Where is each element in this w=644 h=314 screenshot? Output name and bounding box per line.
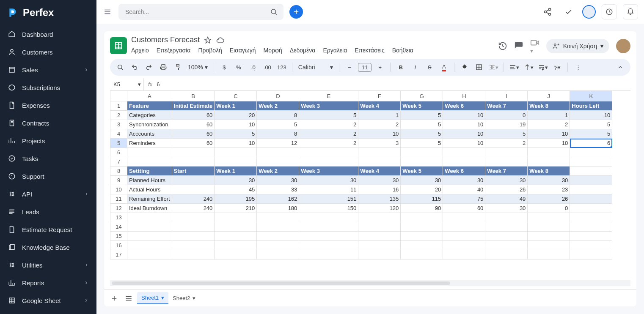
cell[interactable]: 2 bbox=[528, 120, 570, 129]
cell[interactable]: 20 bbox=[401, 185, 443, 194]
increase-font-icon[interactable]: + bbox=[374, 61, 386, 73]
cell[interactable] bbox=[570, 185, 612, 194]
col-header-B[interactable]: B bbox=[172, 91, 215, 101]
increase-decimal-icon[interactable]: .00 bbox=[261, 61, 273, 73]
cell[interactable]: Initial Estimate bbox=[172, 101, 215, 111]
cell[interactable]: 10 bbox=[528, 129, 570, 139]
cell[interactable] bbox=[172, 176, 215, 185]
paint-format-icon[interactable] bbox=[172, 61, 184, 73]
cell[interactable] bbox=[358, 232, 401, 241]
rotate-icon[interactable]: A ▾ bbox=[551, 61, 563, 73]
cell[interactable] bbox=[299, 232, 358, 241]
cell[interactable] bbox=[257, 222, 299, 232]
cell[interactable]: 30 bbox=[215, 176, 257, 185]
col-header-F[interactable]: F bbox=[358, 91, 401, 101]
cell[interactable]: 60 bbox=[172, 129, 215, 139]
cell[interactable]: Actual Hours bbox=[127, 185, 172, 194]
cell[interactable] bbox=[443, 213, 485, 222]
cell[interactable]: Week 8 bbox=[528, 167, 570, 176]
cell[interactable]: Week 6 bbox=[443, 101, 485, 111]
cell[interactable] bbox=[528, 213, 570, 222]
row-header[interactable]: 13 bbox=[110, 213, 127, 222]
cell[interactable]: 30 bbox=[358, 176, 401, 185]
cell[interactable] bbox=[127, 232, 172, 241]
user-avatar[interactable] bbox=[582, 5, 596, 19]
sidebar-item-projects[interactable]: Projects bbox=[0, 132, 96, 150]
comment-icon[interactable] bbox=[514, 41, 523, 51]
cell[interactable]: Ideal Burndown bbox=[127, 204, 172, 213]
cell[interactable] bbox=[172, 157, 215, 167]
cell[interactable]: Week 4 bbox=[358, 101, 401, 111]
cell[interactable] bbox=[570, 167, 612, 176]
cell[interactable] bbox=[299, 213, 358, 222]
menu-Βοήθεια[interactable]: Βοήθεια bbox=[392, 47, 413, 54]
tab-chevron-icon[interactable]: ▾ bbox=[161, 295, 164, 301]
strike-icon[interactable]: S bbox=[424, 61, 435, 73]
cell[interactable] bbox=[127, 157, 172, 167]
cell[interactable]: 10 bbox=[215, 120, 257, 129]
cell[interactable]: 30 bbox=[443, 176, 485, 185]
cell[interactable] bbox=[570, 148, 612, 157]
row-header[interactable]: 8 bbox=[110, 167, 127, 176]
cell[interactable]: Week 5 bbox=[401, 167, 443, 176]
sidebar-item-contracts[interactable]: Contracts bbox=[0, 114, 96, 132]
col-header-H[interactable]: H bbox=[443, 91, 485, 101]
row-header[interactable]: 17 bbox=[110, 250, 127, 259]
cell[interactable] bbox=[299, 157, 358, 167]
cell[interactable] bbox=[401, 250, 443, 259]
cell[interactable]: 26 bbox=[485, 185, 528, 194]
cell[interactable]: Week 4 bbox=[358, 167, 401, 176]
cell[interactable]: 0 bbox=[485, 111, 528, 120]
cell[interactable]: 3 bbox=[358, 139, 401, 148]
col-header-E[interactable]: E bbox=[299, 91, 358, 101]
sidebar-item-setup[interactable]: Setup bbox=[0, 309, 96, 314]
cell[interactable] bbox=[257, 148, 299, 157]
cell[interactable] bbox=[257, 213, 299, 222]
cell[interactable]: 1 bbox=[358, 111, 401, 120]
cell[interactable] bbox=[570, 250, 612, 259]
cell[interactable]: Hours Left bbox=[570, 101, 612, 111]
cell[interactable]: 180 bbox=[257, 204, 299, 213]
cell[interactable] bbox=[443, 250, 485, 259]
cell[interactable]: Week 2 bbox=[257, 101, 299, 111]
cell[interactable]: Week 7 bbox=[485, 101, 528, 111]
cell[interactable]: Remaining Effort bbox=[127, 194, 172, 204]
cell[interactable] bbox=[528, 241, 570, 250]
decrease-decimal-icon[interactable]: .0̩ bbox=[247, 61, 259, 73]
cell[interactable]: 6 bbox=[570, 139, 612, 148]
cell[interactable]: 30 bbox=[528, 176, 570, 185]
col-header-D[interactable]: D bbox=[257, 91, 299, 101]
cell[interactable] bbox=[401, 222, 443, 232]
cell[interactable]: Categories bbox=[127, 111, 172, 120]
cell[interactable] bbox=[485, 241, 528, 250]
menu-Επεξεργασία[interactable]: Επεξεργασία bbox=[157, 47, 191, 54]
all-sheets-icon[interactable] bbox=[123, 292, 135, 304]
check-icon[interactable] bbox=[561, 4, 576, 19]
cell[interactable]: 33 bbox=[257, 185, 299, 194]
cell[interactable] bbox=[299, 241, 358, 250]
search-input[interactable] bbox=[118, 4, 283, 20]
row-header[interactable]: 15 bbox=[110, 232, 127, 241]
cell[interactable]: 45 bbox=[215, 185, 257, 194]
cell[interactable]: Week 5 bbox=[401, 101, 443, 111]
cell[interactable]: 150 bbox=[299, 204, 358, 213]
cell[interactable]: Start bbox=[172, 167, 215, 176]
sidebar-item-support[interactable]: Support bbox=[0, 167, 96, 185]
formula-input[interactable]: 6 bbox=[157, 81, 160, 87]
cell[interactable] bbox=[257, 232, 299, 241]
tab-chevron-icon[interactable]: ▾ bbox=[193, 295, 195, 301]
add-sheet-icon[interactable] bbox=[108, 292, 120, 304]
sidebar-toggle[interactable] bbox=[102, 7, 113, 17]
cell[interactable]: 0 bbox=[528, 204, 570, 213]
cell[interactable]: Week 1 bbox=[215, 167, 257, 176]
menu-Δεδομένα[interactable]: Δεδομένα bbox=[290, 47, 316, 54]
cell[interactable]: 5 bbox=[215, 129, 257, 139]
row-header[interactable]: 16 bbox=[110, 241, 127, 250]
cell[interactable] bbox=[172, 148, 215, 157]
cell[interactable]: 5 bbox=[401, 120, 443, 129]
halign-icon[interactable]: ▾ bbox=[508, 61, 520, 73]
cell[interactable] bbox=[401, 232, 443, 241]
cell[interactable]: Week 2 bbox=[257, 167, 299, 176]
cell[interactable] bbox=[485, 232, 528, 241]
cell[interactable]: 162 bbox=[257, 194, 299, 204]
